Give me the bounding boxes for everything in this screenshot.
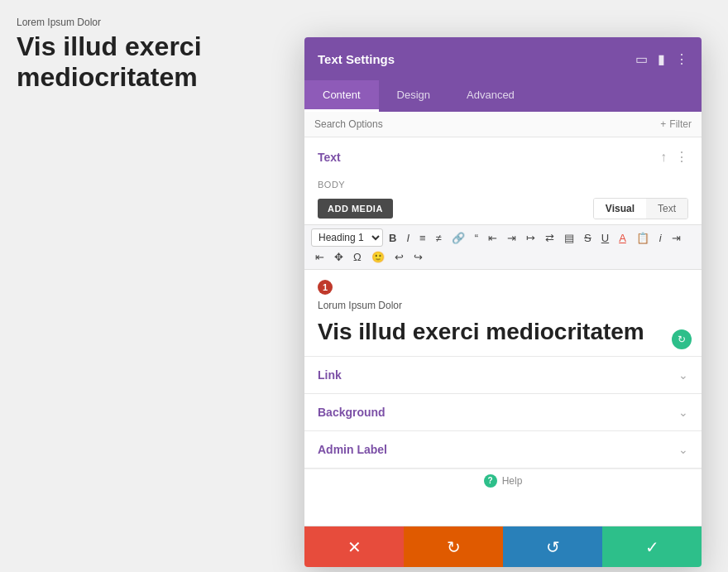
unordered-list-button[interactable]: ≡ (415, 229, 430, 247)
section-link: Link ⌄ (304, 357, 702, 394)
split-icon[interactable]: ▮ (658, 51, 665, 67)
justify-button[interactable]: ⇄ (541, 229, 558, 247)
filter-label: Filter (669, 118, 692, 130)
step-badge: 1 (318, 280, 333, 295)
filter-plus-icon: + (660, 118, 666, 130)
section-background-chevron: ⌄ (678, 406, 688, 419)
save-button[interactable]: ✓ (602, 526, 702, 567)
more-vertical-icon[interactable]: ⋮ (675, 51, 688, 67)
panel-header: Text Settings ▭ ▮ ⋮ (304, 37, 702, 80)
add-media-button[interactable]: ADD MEDIA (318, 199, 393, 219)
cancel-button[interactable]: ✕ (304, 526, 404, 567)
underline-button[interactable]: U (597, 229, 613, 247)
italic2-button[interactable]: i (655, 229, 666, 247)
bold-button[interactable]: B (385, 229, 400, 247)
blockquote-button[interactable]: “ (471, 229, 482, 247)
help-text: Help (502, 475, 523, 487)
visual-text-toggle: Visual Text (593, 198, 688, 219)
tab-content[interactable]: Content (304, 80, 379, 112)
body-label: Body (304, 176, 702, 195)
redo-button[interactable]: ↺ (503, 526, 602, 567)
tab-advanced[interactable]: Advanced (448, 80, 533, 112)
tab-design[interactable]: Design (379, 80, 448, 112)
section-background-header[interactable]: Background ⌄ (304, 394, 702, 430)
editor-heading-text: Vis illud exerci mediocritatem (318, 318, 688, 346)
section-text-title: Text (318, 151, 341, 164)
panel-search-bar: + Filter (304, 112, 702, 137)
outdent-button[interactable]: ⇤ (311, 248, 328, 266)
ordered-list-button[interactable]: ≠ (432, 229, 446, 247)
editor-content-area: 1 Lorum Ipsum Dolor Vis illud exerci med… (304, 270, 702, 356)
panel-header-icons: ▭ ▮ ⋮ (635, 51, 688, 67)
section-link-chevron: ⌄ (678, 368, 688, 382)
editor-refresh-button[interactable]: ↻ (672, 329, 692, 349)
settings-panel: Text Settings ▭ ▮ ⋮ Content Design Advan… (304, 37, 702, 567)
panel-footer: ✕ ↻ ↺ ✓ (304, 526, 702, 567)
section-admin-label-title: Admin Label (318, 443, 387, 456)
visual-button[interactable]: Visual (594, 199, 646, 219)
help-row: ? Help (304, 469, 702, 493)
align-center-button[interactable]: ⇥ (503, 229, 520, 247)
bg-large-text: Vis illud exerci mediocritatem (17, 31, 290, 93)
section-admin-label: Admin Label ⌄ (304, 431, 702, 469)
section-text-dots-icon[interactable]: ⋮ (675, 149, 688, 165)
strikethrough-button[interactable]: S (580, 229, 596, 247)
italic-button[interactable]: I (402, 229, 414, 247)
filter-button[interactable]: + Filter (660, 118, 692, 130)
section-background-title: Background (318, 406, 386, 419)
responsive-icon[interactable]: ▭ (635, 51, 648, 67)
help-icon[interactable]: ? (484, 474, 497, 488)
page-background: Lorem Ipsum Dolor Vis illud exerci medio… (0, 0, 306, 109)
redo-editor-button[interactable]: ↪ (410, 248, 427, 266)
special-char-button[interactable]: Ω (349, 248, 366, 266)
paste-text-button[interactable]: 📋 (632, 229, 654, 247)
section-admin-label-chevron: ⌄ (678, 443, 688, 456)
table-button[interactable]: ▤ (560, 229, 578, 247)
section-text-icons: ↑ ⋮ (660, 149, 688, 165)
search-input[interactable] (314, 118, 660, 130)
text-color-button[interactable]: A (615, 229, 630, 247)
panel-title: Text Settings (318, 52, 395, 66)
editor-small-text: Lorum Ipsum Dolor (318, 300, 688, 311)
editor-toolbar-top: ADD MEDIA Visual Text (304, 195, 702, 224)
section-link-header[interactable]: Link ⌄ (304, 357, 702, 393)
section-text-more-icon[interactable]: ↑ (660, 150, 667, 165)
text-button[interactable]: Text (646, 199, 687, 219)
section-text: Text ↑ ⋮ Body ADD MEDIA Visual Text Head… (304, 137, 702, 357)
section-link-title: Link (318, 368, 342, 382)
emoji-button[interactable]: 🙂 (367, 248, 389, 266)
indent-button[interactable]: ⇥ (668, 229, 685, 247)
align-right-button[interactable]: ↦ (522, 229, 539, 247)
link-button[interactable]: 🔗 (448, 229, 469, 247)
undo-button[interactable]: ↻ (404, 526, 503, 567)
editor-format-bar: Heading 1 Heading 2 Paragraph B I ≡ ≠ 🔗 … (304, 224, 702, 270)
fullscreen-button[interactable]: ✥ (330, 248, 347, 266)
heading-select[interactable]: Heading 1 Heading 2 Paragraph (311, 228, 383, 247)
align-left-button[interactable]: ⇤ (484, 229, 501, 247)
bg-small-text: Lorem Ipsum Dolor (17, 17, 290, 28)
undo-editor-button[interactable]: ↩ (390, 248, 408, 266)
section-background: Background ⌄ (304, 394, 702, 431)
section-text-header[interactable]: Text ↑ ⋮ (304, 137, 702, 176)
panel-body: Text ↑ ⋮ Body ADD MEDIA Visual Text Head… (304, 137, 702, 526)
panel-tabs: Content Design Advanced (304, 80, 702, 112)
section-admin-label-header[interactable]: Admin Label ⌄ (304, 431, 702, 468)
